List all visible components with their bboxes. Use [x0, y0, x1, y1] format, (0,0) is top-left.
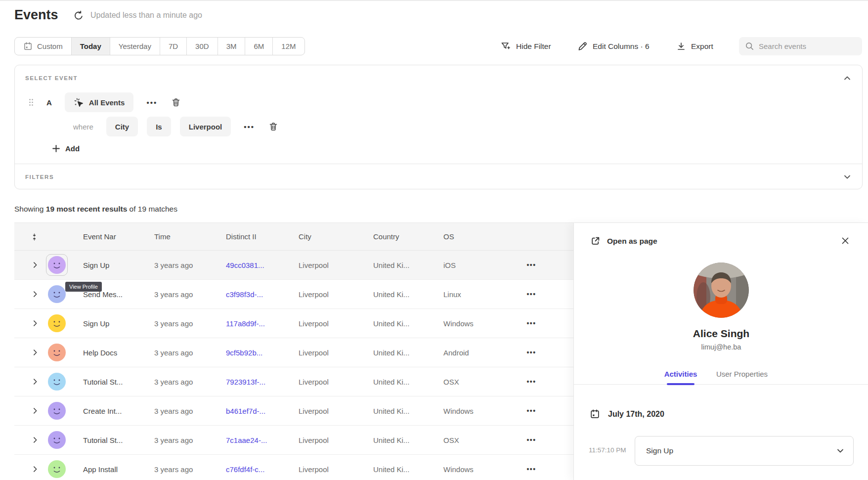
row-actions-button[interactable]: ••• [521, 367, 542, 396]
cell-city: Liverpool [299, 309, 329, 338]
user-avatar[interactable] [48, 402, 66, 420]
column-header-distinct-id[interactable]: Distinct II [226, 223, 257, 251]
user-avatar[interactable] [48, 314, 66, 332]
date-range-custom[interactable]: Custom [15, 38, 71, 55]
cell-distinct-id-link[interactable]: 49cc0381... [226, 251, 264, 280]
date-range-label: 12M [281, 42, 296, 50]
cell-country: United Ki... [373, 426, 409, 455]
cell-distinct-id-link[interactable]: 7c1aae24-... [226, 426, 267, 455]
tab-activities[interactable]: Activities [663, 370, 698, 378]
date-range-7d[interactable]: 7D [160, 38, 186, 55]
date-range-6m[interactable]: 6M [245, 38, 272, 55]
activity-date-label: July 17th, 2020 [608, 410, 664, 419]
avatar-face [48, 256, 66, 274]
chevron-up-icon[interactable] [843, 74, 851, 82]
chevron-right-icon[interactable] [31, 378, 39, 386]
chevron-right-icon[interactable] [31, 261, 39, 269]
row-actions-button[interactable]: ••• [521, 338, 542, 367]
pencil-icon [577, 41, 588, 51]
chevron-down-icon[interactable] [843, 173, 851, 181]
search-events-input[interactable] [759, 42, 848, 50]
calendar-icon [590, 409, 600, 419]
trash-icon[interactable] [171, 97, 181, 107]
cell-event-name: Tutorial St... [83, 367, 123, 396]
avatar-face [48, 373, 66, 391]
collapse-rows-icon[interactable] [31, 233, 38, 241]
row-actions-button[interactable]: ••• [521, 396, 542, 426]
open-as-page-button[interactable]: Open as page [590, 236, 657, 246]
condition-value-chip[interactable]: Liverpool [180, 117, 231, 136]
export-button[interactable]: Export [676, 37, 713, 55]
cell-country: United Ki... [373, 280, 409, 309]
user-avatar[interactable] [48, 256, 66, 274]
row-actions-button[interactable]: ••• [521, 426, 542, 455]
card-divider [15, 164, 862, 164]
chevron-right-icon[interactable] [31, 290, 39, 298]
cell-city: Liverpool [299, 280, 329, 309]
row-actions-button[interactable]: ••• [521, 251, 542, 280]
user-avatar[interactable] [48, 285, 66, 303]
cell-distinct-id-link[interactable]: 117a8d9f-... [226, 309, 265, 338]
row-actions-button[interactable]: ••• [521, 309, 542, 338]
column-header-time[interactable]: Time [154, 223, 171, 251]
row-actions-button[interactable]: ••• [521, 455, 542, 480]
cell-city: Liverpool [299, 426, 329, 455]
cell-distinct-id-link[interactable]: 7923913f-... [226, 367, 265, 396]
results-prefix: Showing [14, 205, 46, 213]
close-icon[interactable] [841, 236, 850, 245]
refresh-button[interactable] [73, 10, 84, 21]
chevron-right-icon[interactable] [31, 349, 39, 356]
top-divider [0, 0, 868, 1]
tab-user-properties[interactable]: User Properties [712, 370, 772, 378]
add-condition-button[interactable]: Add [52, 144, 80, 153]
chevron-right-icon[interactable] [31, 319, 39, 327]
column-header-city[interactable]: City [299, 223, 311, 251]
user-avatar[interactable] [48, 373, 66, 391]
column-header-event-name[interactable]: Event Nar [83, 223, 116, 251]
cell-city: Liverpool [299, 396, 329, 426]
date-range-label: Today [80, 42, 101, 50]
query-builder-card: SELECT EVENT A All Events [14, 65, 863, 189]
activity-event-dropdown[interactable]: Sign Up [635, 436, 854, 466]
event-row-more-button[interactable]: ••• [146, 98, 157, 107]
avatar-face [48, 344, 66, 361]
date-range-yesterday[interactable]: Yesterday [110, 38, 160, 55]
cell-event-name: Tutorial St... [83, 426, 123, 455]
results-summary: Showing 19 most recent results of 19 mat… [14, 205, 177, 214]
trash-icon[interactable] [268, 122, 278, 131]
cell-time: 3 years ago [154, 338, 193, 367]
user-avatar[interactable] [48, 460, 66, 478]
condition-more-button[interactable]: ••• [244, 123, 255, 131]
column-header-os[interactable]: OS [443, 223, 454, 251]
cell-distinct-id-link[interactable]: c76fdf4f-c... [226, 455, 264, 480]
user-avatar[interactable] [48, 344, 66, 361]
events-page: Events Updated less than a minute ago Cu… [0, 0, 868, 480]
chevron-right-icon[interactable] [31, 436, 39, 444]
activity-date-row: July 17th, 2020 [590, 409, 664, 419]
date-range-label: 30D [195, 42, 209, 50]
condition-operator-chip[interactable]: Is [147, 117, 171, 136]
event-selector-chip[interactable]: All Events [65, 92, 134, 112]
hide-filter-button[interactable]: Hide Filter [500, 37, 551, 55]
cell-distinct-id-link[interactable]: b461ef7d-... [226, 396, 265, 426]
chevron-right-icon[interactable] [31, 465, 39, 473]
edit-columns-button[interactable]: Edit Columns · 6 [577, 37, 650, 55]
avatar-face [48, 285, 66, 303]
cell-distinct-id-link[interactable]: c3f98f3d-... [226, 280, 263, 309]
date-range-30d[interactable]: 30D [186, 38, 217, 55]
condition-property-chip[interactable]: City [106, 117, 138, 136]
date-range-3m[interactable]: 3M [217, 38, 245, 55]
results-suffix: of 19 matches [127, 205, 177, 213]
search-events-box[interactable] [739, 37, 862, 55]
date-range-12m[interactable]: 12M [272, 38, 304, 55]
column-header-country[interactable]: Country [373, 223, 399, 251]
chevron-right-icon[interactable] [31, 407, 39, 415]
drag-handle-icon[interactable] [29, 98, 34, 106]
user-avatar[interactable] [48, 431, 66, 449]
cell-distinct-id-link[interactable]: 9cf5b92b... [226, 338, 262, 367]
date-range-label: Custom [37, 42, 63, 50]
profile-email: limuj@he.ba [574, 343, 868, 351]
row-actions-button[interactable]: ••• [521, 280, 542, 309]
date-range-today[interactable]: Today [71, 38, 110, 55]
filters-label: FILTERS [25, 174, 54, 180]
